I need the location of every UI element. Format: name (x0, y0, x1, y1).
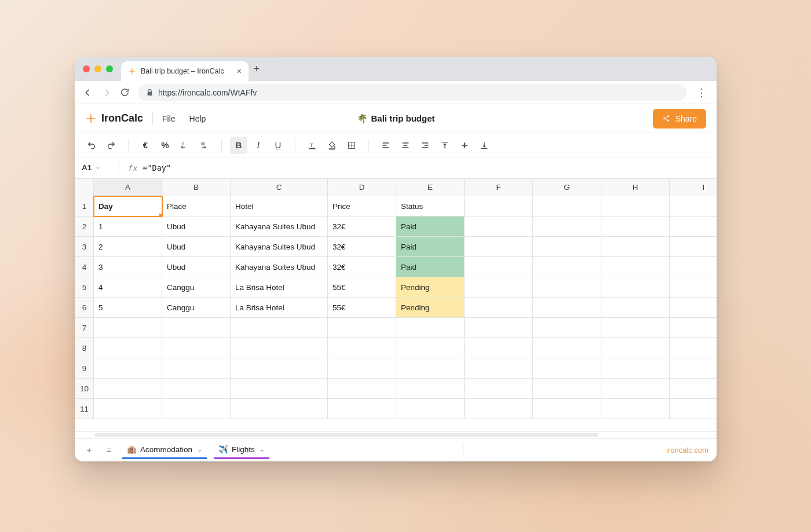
chevron-down-icon[interactable]: ⌄ (197, 446, 202, 453)
cell[interactable] (465, 399, 533, 419)
cell[interactable]: 32€ (328, 217, 396, 237)
app-brand[interactable]: IronCalc (85, 112, 143, 124)
cell[interactable] (465, 217, 533, 237)
cell[interactable] (162, 399, 231, 419)
cell[interactable] (601, 399, 670, 419)
cell[interactable]: Paid (396, 217, 465, 237)
cell[interactable]: 32€ (328, 237, 396, 257)
cell[interactable] (601, 379, 670, 399)
all-sheets-button[interactable]: ≡ (103, 446, 115, 454)
cell[interactable] (601, 338, 670, 358)
cell[interactable] (162, 338, 231, 358)
cell[interactable]: Kahayana Suites Ubud (231, 257, 328, 277)
cell[interactable] (396, 338, 465, 358)
cell[interactable]: La Brisa Hotel (231, 298, 328, 318)
cell[interactable] (94, 399, 162, 419)
reload-button[interactable] (120, 87, 130, 97)
cell[interactable]: Ubud (162, 237, 231, 257)
cell[interactable]: 3 (94, 257, 162, 277)
row-header[interactable]: 9 (75, 358, 94, 379)
cell[interactable] (533, 217, 601, 237)
sheet-tab[interactable]: 🏨Acommodation⌄ (122, 441, 207, 459)
cell[interactable]: Canggu (162, 298, 231, 318)
horizontal-scrollbar[interactable] (75, 431, 717, 438)
cell[interactable] (328, 318, 396, 338)
document-title[interactable]: 🌴 Bali trip budget (357, 113, 435, 124)
row-header[interactable]: 3 (75, 237, 94, 257)
cell[interactable] (533, 298, 601, 318)
cell[interactable] (670, 399, 717, 419)
row-header[interactable]: 11 (75, 399, 94, 419)
cell[interactable]: Canggu (162, 277, 231, 298)
cell[interactable]: Pending (396, 298, 465, 318)
row-header[interactable]: 2 (75, 217, 94, 237)
row-header[interactable]: 4 (75, 257, 94, 277)
minimize-window-button[interactable] (94, 65, 101, 72)
chevron-down-icon[interactable]: ⌄ (260, 446, 265, 453)
row-header[interactable]: 6 (75, 298, 94, 318)
decrease-decimal-button[interactable]: .0 (176, 137, 193, 154)
row-header[interactable]: 8 (75, 338, 94, 358)
borders-button[interactable] (343, 137, 360, 154)
align-left-button[interactable] (377, 137, 394, 154)
cell[interactable] (396, 399, 465, 419)
currency-button[interactable]: € (137, 137, 154, 154)
add-sheet-button[interactable]: ＋ (83, 445, 96, 456)
cell[interactable]: 1 (94, 217, 162, 237)
align-center-button[interactable] (397, 137, 414, 154)
cell[interactable] (670, 277, 717, 298)
cell[interactable]: 5 (94, 298, 162, 318)
close-window-button[interactable] (83, 65, 90, 72)
cell[interactable]: Pending (396, 277, 465, 298)
cell[interactable] (465, 318, 533, 338)
cell[interactable]: Paid (396, 237, 465, 257)
cell[interactable] (94, 379, 162, 399)
column-header[interactable]: F (465, 179, 533, 196)
back-button[interactable] (83, 87, 93, 98)
cell[interactable] (670, 338, 717, 358)
cell[interactable]: Paid (396, 257, 465, 277)
cell[interactable]: 4 (94, 277, 162, 298)
cell[interactable]: Kahayana Suites Ubud (231, 217, 328, 237)
underline-button[interactable]: U (269, 137, 287, 154)
increase-decimal-button[interactable]: .00 (196, 137, 213, 154)
spreadsheet-grid[interactable]: A B C D E F G H I 1DayPlaceHotelPriceSta… (75, 178, 717, 431)
cell[interactable] (670, 257, 717, 277)
cell[interactable] (670, 379, 717, 399)
cell[interactable]: Status (396, 196, 465, 217)
menu-file[interactable]: File (162, 114, 176, 123)
row-header[interactable]: 5 (75, 277, 94, 298)
cell[interactable] (533, 379, 601, 399)
cell[interactable] (231, 379, 328, 399)
italic-button[interactable]: I (250, 137, 267, 154)
browser-tab[interactable]: Bali trip budget – IronCalc × (121, 61, 249, 81)
forward-button[interactable] (101, 87, 112, 98)
cell[interactable] (533, 277, 601, 298)
scrollbar-thumb[interactable] (94, 433, 598, 437)
share-button[interactable]: Share (653, 109, 706, 129)
text-color-button[interactable]: T (304, 137, 321, 154)
cell-reference[interactable]: A1 (82, 163, 111, 172)
cell[interactable]: Hotel (231, 196, 328, 217)
address-bar[interactable]: https://ironcalc.com/WtAFfv (138, 84, 686, 101)
cell[interactable] (601, 237, 670, 257)
valign-middle-button[interactable] (456, 137, 473, 154)
cell[interactable] (465, 379, 533, 399)
column-header[interactable]: B (162, 179, 231, 196)
column-header[interactable]: C (231, 179, 328, 196)
align-right-button[interactable] (417, 137, 434, 154)
cell[interactable] (670, 318, 717, 338)
column-header[interactable]: H (601, 179, 670, 196)
cell[interactable] (601, 277, 670, 298)
brand-link[interactable]: ironcalc.com (666, 446, 708, 454)
cell[interactable] (670, 358, 717, 379)
cell[interactable] (533, 318, 601, 338)
cell[interactable] (328, 379, 396, 399)
row-header[interactable]: 7 (75, 318, 94, 338)
cell[interactable] (601, 298, 670, 318)
column-header[interactable]: D (328, 179, 396, 196)
cell[interactable]: 2 (94, 237, 162, 257)
cell[interactable] (670, 298, 717, 318)
cell[interactable]: 55€ (328, 298, 396, 318)
column-header[interactable]: G (533, 179, 601, 196)
